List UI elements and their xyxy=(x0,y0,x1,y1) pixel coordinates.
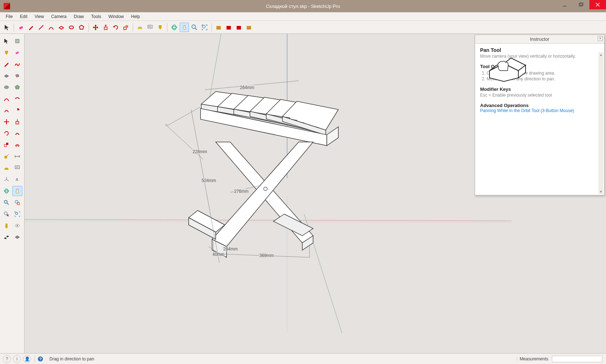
left-pushpull[interactable] xyxy=(12,117,22,127)
tool-pushpull[interactable] xyxy=(101,23,110,32)
left-orbit[interactable] xyxy=(1,186,12,196)
left-paint[interactable] xyxy=(1,48,12,58)
menu-view[interactable]: View xyxy=(31,13,48,21)
left-3dtext[interactable]: A xyxy=(12,174,22,185)
tool-scale[interactable] xyxy=(121,23,131,32)
left-zoom[interactable] xyxy=(1,197,12,208)
tool-rectangle[interactable] xyxy=(57,23,66,32)
left-line[interactable] xyxy=(1,59,12,69)
svg-line-55 xyxy=(25,221,511,223)
status-icon-3[interactable]: 👤 xyxy=(23,355,31,363)
left-scale[interactable] xyxy=(1,140,12,150)
left-select[interactable] xyxy=(1,36,12,46)
instructor-scrollbar[interactable]: ▲ ▼ xyxy=(598,52,603,194)
svg-line-39 xyxy=(6,179,9,181)
left-freehand[interactable] xyxy=(12,59,22,69)
left-camera[interactable] xyxy=(1,221,12,231)
left-protractor[interactable] xyxy=(1,163,12,173)
tool-rotate[interactable] xyxy=(111,23,120,32)
svg-text:A1: A1 xyxy=(16,166,19,168)
left-rect[interactable] xyxy=(1,71,12,81)
tool-arc[interactable] xyxy=(47,23,56,32)
menu-edit[interactable]: Edit xyxy=(16,13,31,21)
left-offset[interactable] xyxy=(12,140,22,150)
toolbar-top: A1 xyxy=(0,21,606,34)
left-rotrect[interactable] xyxy=(12,71,22,81)
left-zoomext[interactable] xyxy=(12,209,22,219)
adv-link[interactable]: Panning While in the Orbit Tool (3-Butto… xyxy=(480,108,574,113)
tool-pan[interactable] xyxy=(180,23,189,32)
svg-rect-2 xyxy=(580,3,583,5)
tool-offset[interactable] xyxy=(135,23,145,32)
status-icon-2[interactable]: i xyxy=(13,355,21,363)
left-previous[interactable] xyxy=(1,209,12,219)
tool-text[interactable]: A1 xyxy=(145,23,155,32)
left-pie[interactable] xyxy=(12,105,22,115)
tool-circle[interactable] xyxy=(67,23,76,32)
tool-extension[interactable] xyxy=(234,23,243,32)
canvas[interactable]: 264mm 228mm 524mm 276mm 284mm 40mm 369mm… xyxy=(25,34,606,353)
svg-point-16 xyxy=(192,25,196,28)
left-walk[interactable] xyxy=(1,232,12,242)
instructor-title[interactable]: Instructor × xyxy=(475,35,604,44)
left-section[interactable] xyxy=(12,232,22,242)
left-zoomwin[interactable] xyxy=(12,197,22,208)
tool-zoom[interactable] xyxy=(190,23,199,32)
status-text: Drag in direction to pan xyxy=(49,356,94,361)
tool-paint[interactable] xyxy=(155,23,165,32)
tool-select[interactable] xyxy=(2,23,12,32)
tool-pencil[interactable] xyxy=(26,23,36,32)
svg-line-17 xyxy=(195,28,197,30)
left-pan[interactable] xyxy=(12,186,22,196)
maximize-button[interactable] xyxy=(573,0,589,9)
menu-draw[interactable]: Draw xyxy=(70,13,88,21)
menu-camera[interactable]: Camera xyxy=(48,13,70,21)
svg-point-43 xyxy=(4,200,7,203)
svg-point-45 xyxy=(15,200,18,203)
left-eraser[interactable] xyxy=(12,48,22,58)
svg-line-84 xyxy=(167,126,203,159)
svg-line-83 xyxy=(167,107,200,126)
left-axes[interactable] xyxy=(1,174,12,185)
left-tape[interactable] xyxy=(1,151,12,161)
close-button[interactable] xyxy=(589,0,606,9)
left-polygon[interactable] xyxy=(12,82,22,92)
measurements-input[interactable] xyxy=(552,356,602,362)
left-lookaround[interactable] xyxy=(12,221,22,231)
left-text[interactable]: A1 xyxy=(12,163,22,173)
window-title: Складной стул.skp - SketchUp Pro xyxy=(0,4,606,9)
help-icon[interactable]: ? xyxy=(36,355,44,363)
left-circle[interactable] xyxy=(1,82,12,92)
left-dimension[interactable] xyxy=(12,151,22,161)
left-3parc[interactable] xyxy=(1,105,12,115)
instructor-close[interactable]: × xyxy=(598,36,603,41)
menu-tools[interactable]: Tools xyxy=(88,13,105,21)
svg-point-51 xyxy=(17,225,18,226)
tool-eraser[interactable] xyxy=(16,23,26,32)
minimize-button[interactable] xyxy=(556,0,573,9)
left-2parc[interactable] xyxy=(12,94,22,104)
svg-text:A1: A1 xyxy=(149,26,152,28)
tool-polygon[interactable] xyxy=(77,23,86,32)
tool-get-models[interactable] xyxy=(214,23,223,32)
menu-help[interactable]: Help xyxy=(127,13,144,21)
left-component[interactable] xyxy=(12,36,22,46)
svg-rect-1 xyxy=(579,3,582,6)
left-arc[interactable] xyxy=(1,94,12,104)
status-icon-1[interactable]: ? xyxy=(3,355,11,363)
svg-point-48 xyxy=(16,212,18,214)
left-move[interactable] xyxy=(1,117,12,127)
tool-orbit[interactable] xyxy=(170,23,179,32)
left-followme[interactable] xyxy=(12,128,22,138)
svg-point-25 xyxy=(4,86,9,89)
left-rotate[interactable] xyxy=(1,128,12,138)
mk-text: Esc = Enable previously selected tool xyxy=(480,93,599,98)
tool-move[interactable] xyxy=(91,23,100,32)
tool-3dwarehouse[interactable] xyxy=(224,23,233,32)
tool-zoom-extents[interactable] xyxy=(200,23,209,32)
tool-line[interactable] xyxy=(36,23,46,32)
menu-file[interactable]: File xyxy=(2,13,16,21)
dim-228: 228mm xyxy=(192,149,207,154)
tool-layout[interactable] xyxy=(244,23,254,32)
menu-window[interactable]: Window xyxy=(105,13,128,21)
